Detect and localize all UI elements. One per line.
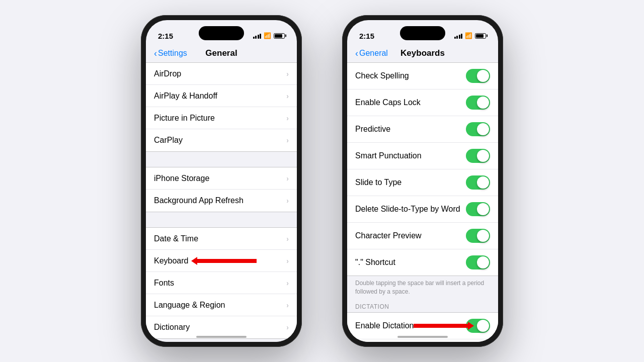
settings-content-1: AirDrop › AirPlay & Handoff › Picture in… [146,62,297,342]
toggle-smart-punctuation[interactable] [466,149,490,163]
arrow-body-keyboard [196,259,257,263]
row-caps-lock[interactable]: Enable Caps Lock [347,89,498,116]
toggle-knob-char-preview [477,230,489,242]
right-pip: › [286,114,289,122]
row-char-preview[interactable]: Character Preview [347,223,498,249]
toggle-knob-predictive [477,123,489,135]
nav-bar-2: ‹ General Keyboards [347,46,498,62]
label-airplay: AirPlay & Handoff [154,92,217,101]
row-period-shortcut[interactable]: "." Shortcut [347,249,498,276]
arrow-head-dictation [468,322,474,330]
row-slide-type[interactable]: Slide to Type [347,169,498,196]
home-indicator-2 [397,336,448,338]
phone-1-screen: 2:15 📶 ‹ Se [146,20,297,342]
dictation-section-label: DICTATION [347,300,498,312]
label-carplay: CarPlay [154,136,183,145]
back-button-1[interactable]: ‹ Settings [154,48,187,59]
label-datetime: Date & Time [154,234,198,243]
toggle-char-preview[interactable] [466,229,490,243]
row-datetime[interactable]: Date & Time › [146,228,297,250]
chevron-airplay: › [286,92,289,100]
toggle-predictive[interactable] [466,122,490,136]
row-check-spelling[interactable]: Check Spelling [347,63,498,89]
back-button-2[interactable]: ‹ General [355,48,388,59]
home-indicator-1 [196,336,247,338]
label-airdrop: AirDrop [154,69,181,78]
label-char-preview: Character Preview [355,231,422,240]
toggle-knob-delete-slide [477,203,489,215]
toggle-check-spelling[interactable] [466,69,490,83]
nav-title-1: General [205,48,237,58]
phone-2: 2:15 📶 ‹ Ge [342,15,503,347]
phone-2-screen: 2:15 📶 ‹ Ge [347,20,498,342]
chevron-language: › [286,301,289,309]
arrow-body-dictation [414,324,469,328]
toggle-knob-enable-dictation [477,320,489,332]
row-predictive[interactable]: Predictive [347,116,498,143]
arrow-dictation [414,324,469,328]
dynamic-island-2 [400,26,445,40]
label-pip: Picture in Picture [154,114,215,123]
right-airdrop: › [286,70,289,78]
section-keyboard-toggles: Check Spelling Enable Caps Lock Predicti… [347,62,498,276]
chevron-carplay: › [286,136,289,144]
gap-1 [146,152,297,167]
toggle-knob-period-shortcut [477,256,489,268]
right-airplay: › [286,92,289,100]
wifi-icon-1: 📶 [264,32,271,39]
toggle-period-shortcut[interactable] [466,255,490,269]
section-connectivity: AirDrop › AirPlay & Handoff › Picture in… [146,62,297,152]
right-keyboard: › [286,257,289,265]
chevron-datetime: › [286,235,289,243]
back-label-2: General [359,49,388,58]
label-check-spelling: Check Spelling [355,71,409,80]
toggle-delete-slide[interactable] [466,202,490,216]
row-airdrop[interactable]: AirDrop › [146,63,297,85]
chevron-fonts: › [286,279,289,287]
section-storage: iPhone Storage › Background App Refresh … [146,167,297,212]
time-1: 2:15 [158,32,173,40]
row-carplay[interactable]: CarPlay › [146,129,297,151]
right-iphone-storage: › [286,174,289,183]
toggle-knob-caps-lock [477,97,489,109]
row-background-refresh[interactable]: Background App Refresh › [146,190,297,212]
row-iphone-storage[interactable]: iPhone Storage › [146,167,297,190]
gap-3 [146,339,297,342]
row-dictionary[interactable]: Dictionary › [146,316,297,338]
row-language[interactable]: Language & Region › [146,294,297,316]
label-keyboard: Keyboard [154,256,189,265]
battery-icon-2 [475,33,486,39]
row-smart-punctuation[interactable]: Smart Punctuation [347,143,498,169]
back-chevron-2: ‹ [355,48,358,59]
label-smart-punctuation: Smart Punctuation [355,151,422,160]
toggle-knob-check-spelling [477,70,489,82]
label-caps-lock: Enable Caps Lock [355,98,421,107]
label-slide-type: Slide to Type [355,178,401,187]
row-keyboard[interactable]: Keyboard › [146,250,297,272]
settings-content-2: Check Spelling Enable Caps Lock Predicti… [347,62,498,342]
row-fonts[interactable]: Fonts › [146,272,297,294]
row-auto-punctuation[interactable]: Auto-Punctuation [347,339,498,342]
phone-1: 2:15 📶 ‹ Se [141,15,302,347]
signal-icon-1 [253,33,262,39]
right-dictionary: › [286,323,289,331]
right-language: › [286,301,289,309]
label-delete-slide: Delete Slide-to-Type by Word [355,205,460,214]
back-chevron-1: ‹ [154,48,157,59]
row-delete-slide[interactable]: Delete Slide-to-Type by Word [347,196,498,223]
row-pip[interactable]: Picture in Picture › [146,107,297,129]
wifi-icon-2: 📶 [465,32,472,39]
toggle-slide-type[interactable] [466,175,490,190]
time-2: 2:15 [359,32,374,40]
right-fonts: › [286,279,289,287]
toggle-knob-smart-punctuation [477,150,489,162]
label-enable-dictation: Enable Dictation [355,321,414,330]
toggle-caps-lock[interactable] [466,96,490,110]
row-enable-dictation[interactable]: Enable Dictation [347,313,498,339]
nav-title-2: Keyboards [400,48,445,58]
signal-icon-2 [454,33,463,39]
row-airplay[interactable]: AirPlay & Handoff › [146,85,297,107]
chevron-background-refresh: › [286,197,289,205]
toggle-knob-slide-type [477,176,489,189]
status-icons-1: 📶 [253,32,285,39]
